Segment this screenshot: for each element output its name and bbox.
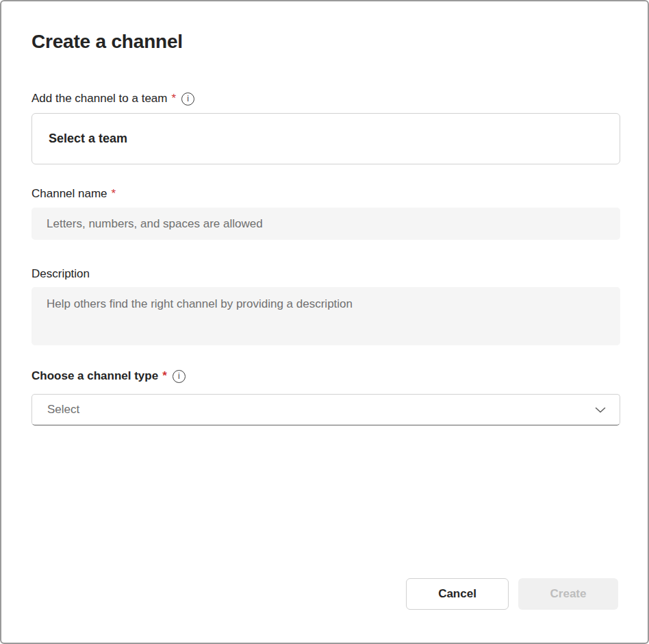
description-label-row: Description	[31, 267, 618, 282]
required-asterisk: *	[171, 91, 176, 106]
required-asterisk: *	[162, 369, 167, 384]
chevron-down-icon	[594, 403, 607, 417]
team-select-combobox[interactable]: Select a team	[31, 113, 620, 164]
channel-name-label: Channel name	[31, 186, 107, 201]
team-field-label-row: Add the channel to a team * i	[31, 91, 618, 106]
channel-name-label-row: Channel name *	[31, 186, 618, 201]
create-channel-dialog: Create a channel Add the channel to a te…	[0, 0, 649, 644]
channel-name-input[interactable]	[31, 208, 620, 240]
channel-type-value: Select	[47, 403, 79, 417]
required-asterisk: *	[112, 186, 116, 201]
cancel-button[interactable]: Cancel	[406, 578, 509, 610]
dialog-content: Create a channel Add the channel to a te…	[1, 30, 648, 425]
create-button[interactable]: Create	[518, 578, 618, 610]
dialog-footer: Cancel Create	[406, 578, 618, 610]
channel-type-label-row: Choose a channel type * i	[31, 369, 618, 384]
channel-type-select[interactable]: Select	[31, 394, 620, 425]
dialog-title: Create a channel	[31, 30, 618, 53]
team-select-value: Select a team	[49, 132, 127, 146]
team-field-label: Add the channel to a team	[31, 91, 167, 106]
info-icon[interactable]: i	[181, 92, 194, 106]
description-textarea[interactable]	[31, 287, 620, 345]
description-label: Description	[31, 267, 90, 282]
channel-type-label: Choose a channel type	[31, 369, 158, 384]
info-icon[interactable]: i	[173, 370, 186, 383]
